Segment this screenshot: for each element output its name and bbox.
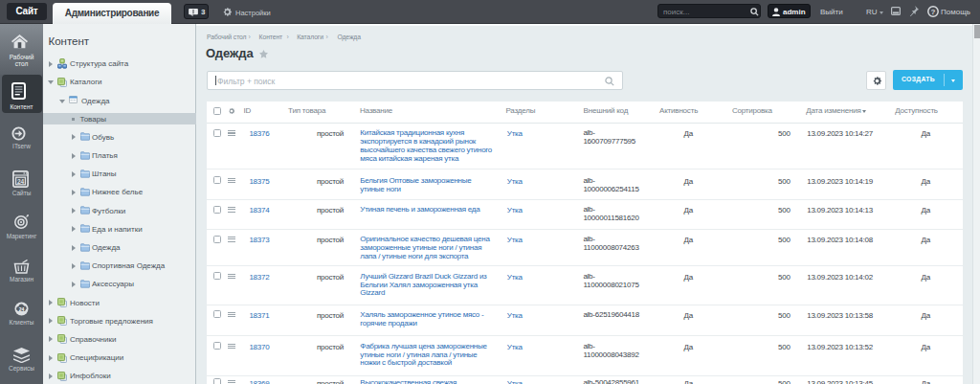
svg-text:24: 24 xyxy=(18,306,24,312)
svg-text:?: ? xyxy=(931,8,936,16)
svg-text:24: 24 xyxy=(17,178,25,185)
